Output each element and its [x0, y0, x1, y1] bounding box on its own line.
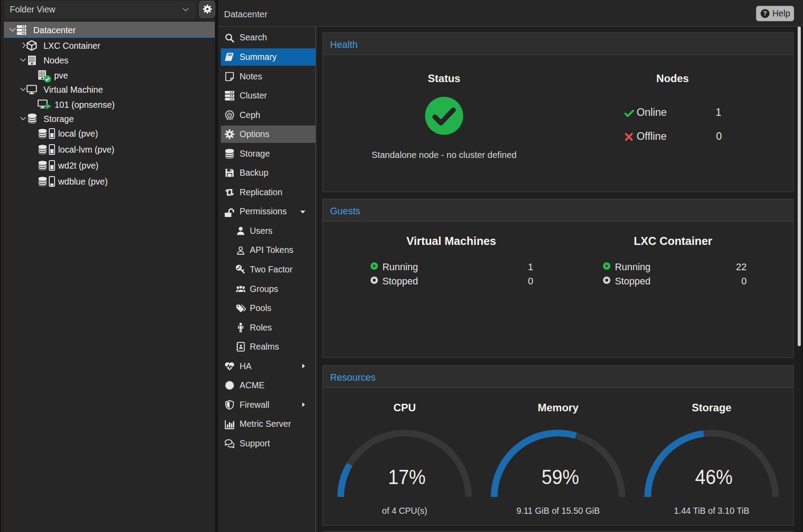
svg-text:?: ?	[763, 10, 767, 17]
